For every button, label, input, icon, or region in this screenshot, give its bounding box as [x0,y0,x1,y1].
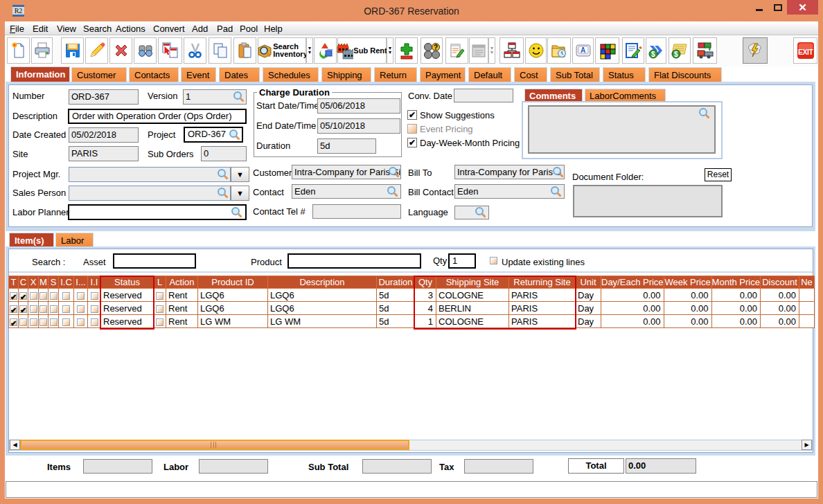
svg-text:EXIT: EXIT [798,48,814,56]
svg-text:?: ? [434,44,438,51]
svg-text:$: $ [651,51,655,58]
svg-text:A: A [581,46,585,54]
svg-text:$: $ [674,51,678,58]
